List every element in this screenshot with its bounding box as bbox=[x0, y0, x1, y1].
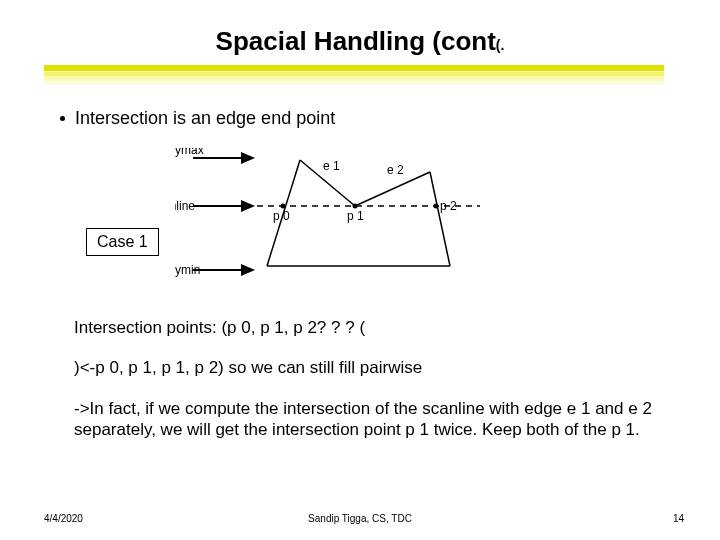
label-ymax: ymax bbox=[175, 148, 204, 157]
title-underline bbox=[44, 62, 664, 92]
title-main: Spacial Handling (cont bbox=[216, 26, 496, 56]
bullet-line: Intersection is an edge end point bbox=[60, 108, 335, 129]
bullet-icon bbox=[60, 116, 65, 121]
bullet-text: Intersection is an edge end point bbox=[75, 108, 335, 128]
label-ymin: ymin bbox=[175, 263, 200, 277]
case-label-text: Case 1 bbox=[97, 233, 148, 250]
slide-title: Spacial Handling (cont(. bbox=[0, 26, 720, 57]
case-label-box: Case 1 bbox=[86, 228, 159, 256]
label-scanline: scanline bbox=[175, 199, 195, 213]
svg-point-15 bbox=[434, 204, 439, 209]
paragraph-1: Intersection points: (p 0, p 1, p 2? ? ?… bbox=[74, 318, 365, 338]
svg-point-13 bbox=[281, 204, 286, 209]
svg-line-10 bbox=[430, 172, 450, 266]
svg-point-14 bbox=[353, 204, 358, 209]
title-suffix: (. bbox=[496, 37, 505, 53]
slide: Spacial Handling (cont(. Intersection is… bbox=[0, 0, 720, 540]
label-p1: p 1 bbox=[347, 209, 364, 223]
label-p0: p 0 bbox=[273, 209, 290, 223]
footer-page: 14 bbox=[673, 513, 684, 524]
scanline-diagram: ymax scanline ymin e 1 e 2 p 0 p 1 p 2 bbox=[175, 148, 505, 283]
label-e2: e 2 bbox=[387, 163, 404, 177]
paragraph-2: )<-p 0, p 1, p 1, p 2) so we can still f… bbox=[74, 358, 422, 378]
label-e1: e 1 bbox=[323, 159, 340, 173]
label-p2: p 2 bbox=[440, 199, 457, 213]
paragraph-3: ->In fact, if we compute the intersectio… bbox=[74, 398, 664, 441]
footer-author: Sandip Tigga, CS, TDC bbox=[0, 513, 720, 524]
svg-line-9 bbox=[355, 172, 430, 206]
